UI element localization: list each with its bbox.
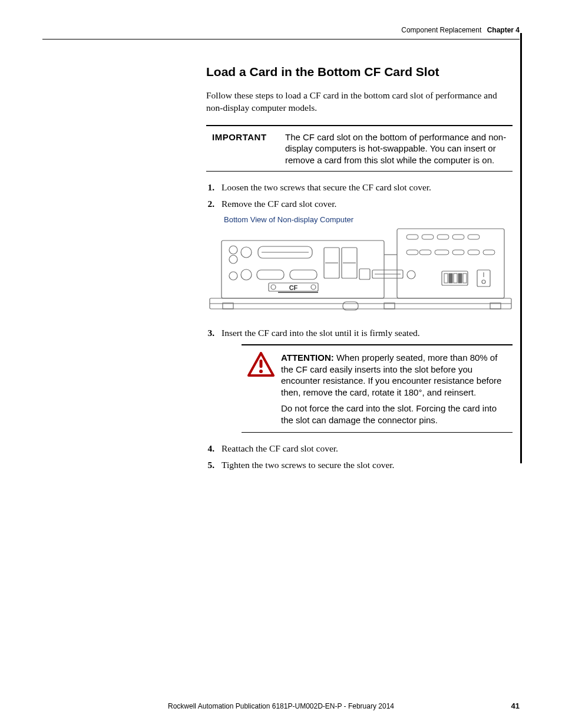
step-5: Tighten the two screws to secure the slo… (217, 460, 513, 470)
section-heading: Load a Card in the Bottom CF Card Slot (206, 65, 513, 79)
svg-rect-15 (435, 250, 449, 255)
svg-rect-14 (419, 250, 431, 255)
figure-svg: CF (207, 226, 514, 315)
svg-rect-22 (454, 274, 457, 283)
svg-rect-18 (483, 250, 495, 255)
attention-label: ATTENTION: (281, 353, 334, 363)
figure-bottom-view: CF (207, 226, 513, 317)
step-list-cont2: Reattach the CF card slot cover. Tighten… (217, 443, 513, 470)
svg-rect-10 (437, 235, 449, 239)
svg-rect-51 (260, 360, 263, 368)
svg-point-29 (229, 255, 237, 263)
svg-point-28 (229, 246, 237, 254)
attention-para1: ATTENTION: When properly seated, more th… (281, 352, 510, 398)
svg-point-32 (241, 269, 252, 280)
step-4: Reattach the CF card slot cover. (217, 443, 513, 454)
svg-point-39 (311, 285, 316, 289)
important-text: The CF card slot on the bottom of perfor… (285, 131, 513, 167)
step-1: Loosen the two screws that secure the CF… (217, 182, 513, 193)
svg-point-52 (259, 370, 263, 373)
important-label: IMPORTANT (206, 131, 285, 167)
svg-rect-16 (452, 250, 464, 255)
svg-point-31 (241, 247, 252, 258)
svg-point-26 (482, 280, 485, 284)
attention-callout: ATTENTION: When properly seated, more th… (242, 344, 513, 433)
svg-rect-24 (463, 274, 467, 283)
important-callout: IMPORTANT The CF card slot on the bottom… (206, 125, 513, 172)
step-list: Loosen the two screws that secure the CF… (217, 182, 513, 209)
svg-rect-9 (422, 235, 434, 239)
svg-rect-36 (290, 270, 317, 279)
svg-rect-20 (444, 274, 448, 283)
header-section: Component Replacement (401, 26, 481, 34)
svg-rect-13 (406, 250, 418, 255)
step-list-cont: Insert the CF card into the slot until i… (217, 328, 513, 338)
svg-rect-8 (406, 235, 418, 239)
figure-caption: Bottom View of Non-display Computer (224, 215, 513, 224)
svg-rect-23 (458, 274, 462, 283)
main-column: Load a Card in the Bottom CF Card Slot F… (206, 65, 513, 476)
right-side-rule (520, 33, 522, 463)
footer-publication: Rockwell Automation Publication 6181P-UM… (0, 702, 562, 710)
svg-rect-35 (257, 270, 284, 279)
svg-point-30 (229, 272, 237, 280)
svg-rect-12 (468, 235, 480, 239)
svg-point-47 (407, 271, 415, 279)
warning-triangle-icon (247, 352, 275, 379)
svg-rect-44 (359, 269, 370, 279)
header-chapter: Chapter 4 (487, 26, 520, 34)
svg-rect-11 (452, 235, 464, 239)
svg-point-38 (271, 285, 276, 289)
running-header: Component Replacement Chapter 4 (42, 26, 520, 39)
figure-cf-label: CF (289, 284, 298, 291)
page-number: 41 (511, 701, 520, 710)
svg-rect-21 (449, 274, 452, 283)
step-2: Remove the CF card slot cover. (217, 199, 513, 209)
intro-paragraph: Follow these steps to load a CF card in … (206, 90, 513, 114)
svg-rect-17 (468, 250, 480, 255)
attention-para2: Do not force the card into the slot. For… (281, 403, 510, 426)
step-3: Insert the CF card into the slot until i… (217, 328, 513, 338)
